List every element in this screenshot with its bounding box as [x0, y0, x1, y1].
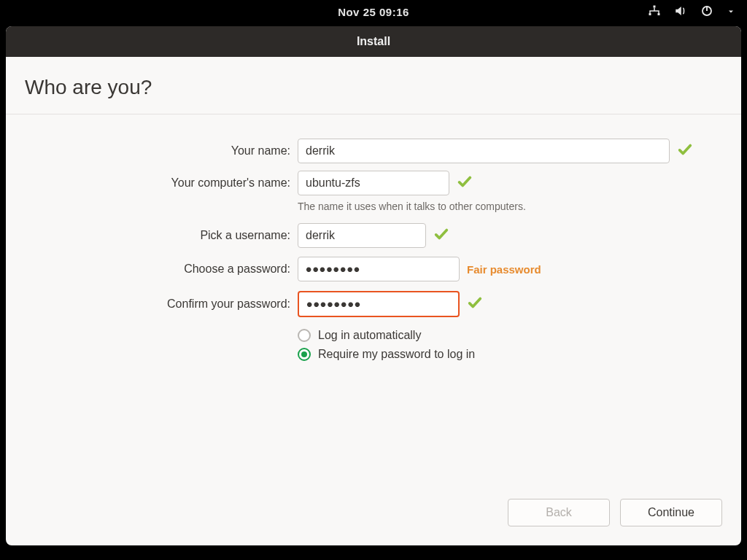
name-field[interactable] [298, 139, 670, 163]
name-label: Your name: [6, 144, 298, 158]
confirm-label: Confirm your password: [6, 298, 298, 311]
password-strength: Fair password [467, 263, 541, 276]
radio-auto-login[interactable]: Log in automatically [298, 329, 741, 342]
power-icon[interactable] [700, 4, 713, 20]
footer: Back Continue [6, 499, 741, 545]
network-icon[interactable] [648, 4, 661, 20]
radio-require-password-label: Require my password to log in [318, 348, 475, 361]
user-form: Your name: Your computer's name: The [6, 114, 741, 545]
window-titlebar: Install [6, 26, 741, 57]
password-label: Choose a password: [6, 262, 298, 276]
page-header: Who are you? [6, 57, 741, 114]
check-icon [457, 174, 473, 192]
radio-require-password[interactable]: Require my password to log in [298, 348, 741, 361]
continue-button[interactable]: Continue [620, 499, 722, 526]
radio-dot-icon [298, 348, 311, 361]
password-field[interactable]: •••••••• [298, 257, 460, 281]
top-panel: Nov 25 09:16 [0, 0, 747, 23]
username-field[interactable] [298, 223, 426, 248]
hostname-hint: The name it uses when it talks to other … [6, 201, 741, 212]
radio-auto-login-label: Log in automatically [318, 329, 421, 342]
confirm-password-field[interactable]: •••••••• [298, 291, 460, 317]
clock: Nov 25 09:16 [338, 6, 409, 18]
check-icon [433, 226, 449, 245]
back-button[interactable]: Back [508, 499, 610, 526]
svg-rect-2 [658, 13, 660, 15]
svg-rect-0 [654, 5, 656, 7]
check-icon [467, 295, 483, 314]
page-title: Who are you? [25, 76, 722, 99]
chevron-down-icon[interactable] [727, 6, 735, 18]
check-icon [677, 141, 693, 160]
installer-window: Install Who are you? Your name: Your com… [6, 26, 741, 545]
username-label: Pick a username: [6, 229, 298, 242]
svg-rect-1 [649, 13, 651, 15]
window-title: Install [357, 35, 390, 48]
volume-icon[interactable] [674, 4, 687, 20]
hostname-label: Your computer's name: [6, 176, 298, 190]
hostname-field[interactable] [298, 171, 449, 195]
radio-dot-icon [298, 329, 311, 342]
login-options: Log in automatically Require my password… [6, 329, 741, 361]
system-status-area[interactable] [648, 0, 735, 23]
